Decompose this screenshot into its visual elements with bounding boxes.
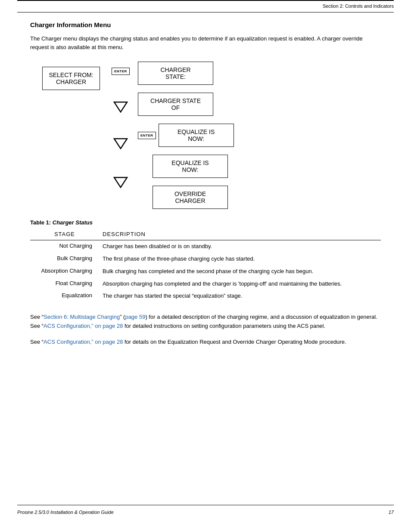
footer-left: Prosine 2.5/3.0 Installation & Operation… — [17, 510, 114, 515]
footer: Prosine 2.5/3.0 Installation & Operation… — [17, 508, 394, 515]
table-row: Bulk ChargingThe first phase of the thre… — [30, 253, 381, 265]
stage-cell: Absorption Charging — [30, 265, 99, 278]
col-stage: STAGE — [30, 229, 99, 240]
top-rule — [17, 0, 394, 3]
down-arrow-3 — [112, 176, 129, 189]
section-description: The Charger menu displays the charging s… — [30, 34, 381, 51]
para1-link3[interactable]: ACS Configuration,” on page 28 — [44, 323, 123, 329]
diagram: SELECT FROM:CHARGER ENTER — [39, 62, 381, 209]
stage-cell: Bulk Charging — [30, 253, 99, 265]
equalize-is-now-2-box: EQUALIZE ISNOW: — [153, 155, 228, 178]
para1-between1: ” ( — [120, 314, 125, 320]
svg-marker-2 — [114, 177, 127, 187]
bottom-para-1: See “Section 6: Multistage Charging” (pa… — [30, 313, 381, 331]
enter-button-1[interactable]: ENTER — [112, 68, 130, 75]
bottom-para-2: See “ACS Configuration,” on page 28 for … — [30, 338, 381, 347]
para1-after-link3: for detailed instructions on setting con… — [123, 323, 325, 329]
diagram-mid-col: ENTER — [103, 62, 138, 209]
description-cell: Bulk charging has completed and the seco… — [99, 265, 381, 278]
equalize-row-1: ENTER EQUALIZE ISNOW: — [138, 124, 234, 147]
enter-button-2[interactable]: ENTER — [138, 132, 156, 139]
section-title: Charger Information Menu — [30, 21, 381, 28]
table-row: Float ChargingAbsorption charging has co… — [30, 278, 381, 290]
diagram-right-col: CHARGERSTATE: CHARGER STATEOF ENTER EQUA… — [138, 62, 234, 209]
description-cell: Charger has been disabled or is on stand… — [99, 240, 381, 253]
table-header-row: STAGE DESCRIPTION — [30, 229, 381, 240]
page: Section 2: Controls and Indicators Charg… — [0, 0, 411, 532]
table-caption-italic: Charger Status — [53, 219, 93, 226]
svg-marker-0 — [114, 102, 127, 112]
stage-cell: Float Charging — [30, 278, 99, 290]
charger-status-table: STAGE DESCRIPTION Not ChargingCharger ha… — [30, 229, 381, 302]
section-header-text: Section 2: Controls and Indicators — [323, 3, 394, 9]
para1-link1[interactable]: Section 6: Multistage Charging — [44, 314, 120, 320]
charger-state-box: CHARGERSTATE: — [138, 62, 213, 85]
table-row: Not ChargingCharger has been disabled or… — [30, 240, 381, 253]
stage-cell: Not Charging — [30, 240, 99, 253]
section-header: Section 2: Controls and Indicators — [17, 3, 394, 12]
para2-after-link: for details on the Equalization Request … — [123, 339, 346, 345]
para2-link[interactable]: ACS Configuration,” on page 28 — [44, 339, 123, 345]
footer-right: 17 — [389, 510, 394, 515]
description-cell: The charger has started the special “equ… — [99, 290, 381, 302]
para2-before-link: See “ — [30, 339, 44, 345]
table-row: Absorption ChargingBulk charging has com… — [30, 265, 381, 278]
para1-before-link1: See “ — [30, 314, 44, 320]
bottom-rule — [17, 505, 394, 508]
description-cell: The first phase of the three-phase charg… — [99, 253, 381, 265]
para1-link2[interactable]: page 59 — [125, 314, 145, 320]
diagram-left-col: SELECT FROM:CHARGER — [39, 62, 103, 209]
table-caption-prefix: Table 1: — [30, 219, 53, 226]
charger-state-of-box: CHARGER STATEOF — [138, 93, 213, 116]
equalize-is-now-1-box: EQUALIZE ISNOW: — [159, 124, 234, 147]
stage-cell: Equalization — [30, 290, 99, 302]
down-arrow-2 — [112, 137, 129, 150]
table-row: EqualizationThe charger has started the … — [30, 290, 381, 302]
down-arrow-1 — [112, 101, 129, 114]
select-from-charger-box: SELECT FROM:CHARGER — [42, 67, 100, 90]
table-caption: Table 1: Charger Status — [30, 219, 381, 226]
col-description: DESCRIPTION — [99, 229, 381, 240]
svg-marker-1 — [114, 139, 127, 149]
main-content: Charger Information Menu The Charger men… — [17, 12, 394, 362]
override-charger-box: OVERRIDECHARGER — [153, 186, 228, 209]
description-cell: Absorption charging has completed and th… — [99, 278, 381, 290]
